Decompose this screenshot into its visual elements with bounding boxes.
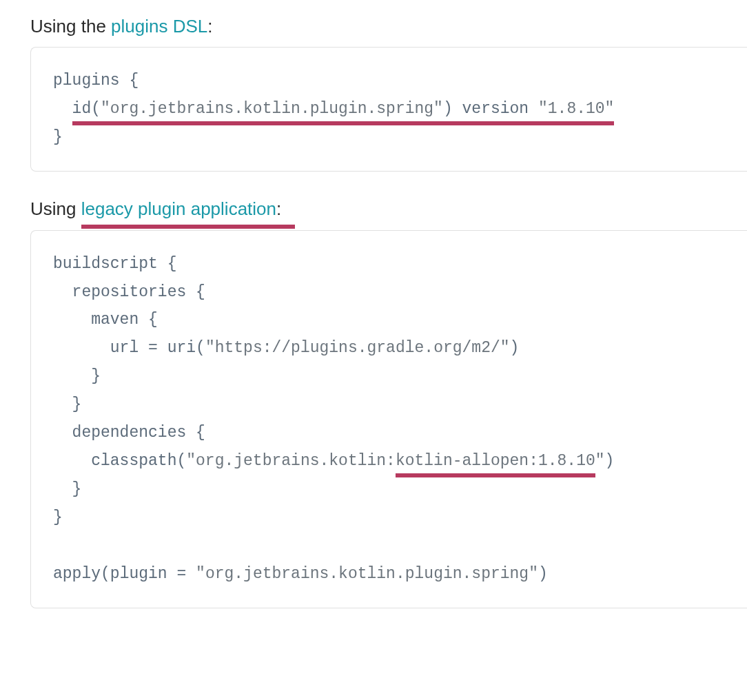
annotation-underline	[72, 121, 615, 125]
section-legacy-plugin: Using legacy plugin application: buildsc…	[30, 196, 747, 608]
annotation-underline	[396, 473, 595, 477]
heading-text-prefix: Using	[30, 198, 81, 219]
code-block-plugins-dsl: plugins { id("org.jetbrains.kotlin.plugi…	[30, 47, 747, 172]
section-plugins-dsl: Using the plugins DSL: plugins { id("org…	[30, 14, 747, 172]
link-legacy-plugin[interactable]: legacy plugin application	[81, 196, 276, 221]
annotation-underline	[81, 225, 295, 229]
code-block-legacy-plugin: buildscript { repositories { maven { url…	[30, 230, 747, 608]
code-content: plugins { id("org.jetbrains.kotlin.plugi…	[53, 72, 614, 146]
heading-legacy-plugin: Using legacy plugin application:	[30, 196, 747, 221]
heading-text-suffix: :	[276, 198, 281, 219]
code-content: buildscript { repositories { maven { url…	[53, 255, 614, 583]
heading-plugins-dsl: Using the plugins DSL:	[30, 14, 747, 39]
heading-text-prefix: Using the	[30, 16, 111, 37]
heading-text-suffix: :	[207, 16, 212, 37]
link-plugins-dsl[interactable]: plugins DSL	[111, 14, 207, 39]
